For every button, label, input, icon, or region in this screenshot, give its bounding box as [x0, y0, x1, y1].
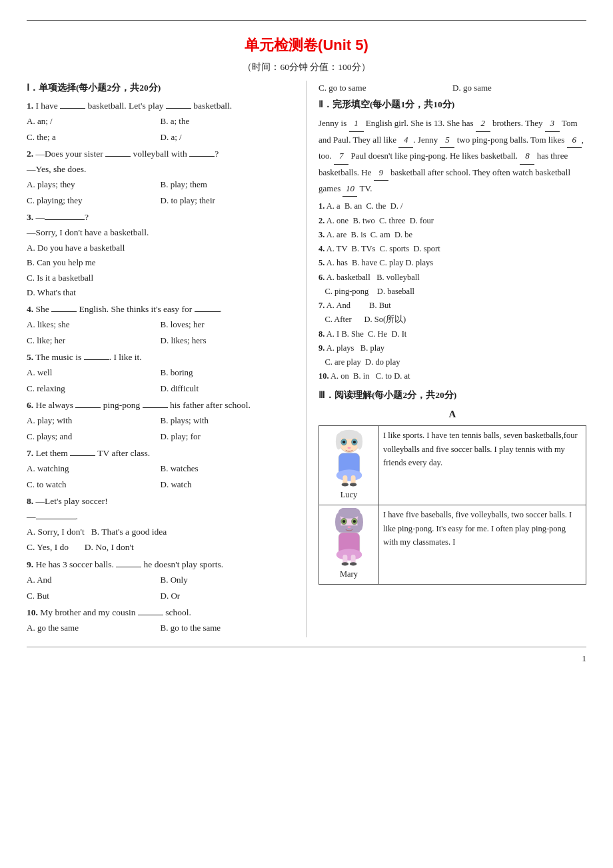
page-number-area: 1 [27, 651, 586, 667]
cloze-q8: 8. A. I B. She C. He D. It [318, 327, 586, 341]
question-4: 4. She English. She thinks it's easy for… [27, 302, 294, 348]
question-10: 10. My brother and my cousin school. A. … [27, 605, 294, 635]
lucy-icon [325, 429, 373, 487]
right-column: C. go to same D. go same Ⅱ．完形填空(每小题1分，共1… [306, 81, 586, 637]
reading-subsection-a: A [318, 406, 586, 423]
question-6: 6. He always ping-pong his father after … [27, 398, 294, 444]
q10-right-options: C. go to same D. go same [318, 81, 586, 95]
svg-point-24 [347, 527, 350, 529]
svg-point-10 [336, 469, 361, 481]
lucy-figure: Lucy [323, 429, 374, 502]
lucy-cell: Lucy [319, 426, 379, 505]
q10-options-left: A. go the same B. go to the same [27, 621, 294, 635]
question-2: 2. —Does your sister volleyball with ? —… [27, 147, 294, 208]
svg-point-29 [341, 562, 348, 565]
reading-row-mary: Mary I have five baseballs, five volleyb… [319, 505, 586, 585]
q5-options: A. well B. boring C. relaxing D. difficu… [27, 365, 294, 396]
q4-options: A. likes; she B. loves; her C. like; her… [27, 317, 294, 348]
q3-options: A. Do you have a basketball B. Can you h… [27, 241, 294, 299]
svg-point-22 [342, 520, 344, 523]
title-area: 单元检测卷(Unit 5) [27, 33, 586, 57]
lucy-text: I like sports. I have ten tennis balls, … [379, 426, 586, 505]
svg-point-2 [335, 433, 341, 449]
mary-figure: Mary [323, 508, 374, 581]
top-divider [27, 20, 586, 21]
question-8: 8. —Let's play soccer! —. A. Sorry, I do… [27, 494, 294, 555]
svg-point-23 [352, 520, 355, 523]
question-9: 9. He has 3 soccer balls. he doesn't pla… [27, 557, 294, 603]
reading-row-lucy: Lucy I like sports. I have ten tennis ba… [319, 426, 586, 505]
cloze-q4: 4. A. TV B. TVs C. sports D. sport [318, 242, 586, 256]
lucy-name: Lucy [340, 488, 358, 502]
svg-point-14 [349, 483, 356, 486]
reading-table: Lucy I like sports. I have ten tennis ba… [318, 425, 586, 585]
cloze-options: 1. A. a B. an C. the D. / 2. A. one B. t… [318, 199, 586, 383]
q2-options: A. plays; they B. play; them C. playing;… [27, 177, 294, 208]
cloze-passage: Jenny is 1 English girl. She is 13. She … [318, 115, 586, 197]
q1-options: A. an; / B. a; the C. the; a D. a; / [27, 114, 294, 145]
bottom-divider [27, 647, 586, 647]
section3-title: Ⅲ．阅读理解(每小题2分，共20分) [318, 388, 586, 403]
question-7: 7. Let them TV after class. A. watching … [27, 446, 294, 492]
mary-cell: Mary [319, 505, 379, 585]
svg-point-1 [338, 430, 359, 439]
cloze-q9: 9. A. plays B. play C. are play D. do pl… [318, 341, 586, 370]
page-number: 1 [582, 653, 586, 663]
svg-point-26 [336, 549, 361, 560]
mary-icon [325, 508, 373, 566]
content-area: Ⅰ．单项选择(每小题2分，共20分) 1. I have basketball.… [27, 81, 586, 637]
section2-title: Ⅱ．完形填空(每小题1分，共10分) [318, 97, 586, 113]
svg-point-30 [349, 562, 356, 565]
cloze-q5: 5. A. has B. have C. play D. plays [318, 256, 586, 270]
q6-options: A. play; with B. plays; with C. plays; a… [27, 413, 294, 444]
q9-options: A. And B. Only C. But D. Or [27, 573, 294, 603]
q8-options: A. Sorry, I don't B. That's a good idea … [27, 525, 294, 555]
mary-name: Mary [340, 567, 358, 581]
left-column: Ⅰ．单项选择(每小题2分，共20分) 1. I have basketball.… [27, 81, 306, 637]
section3: Ⅲ．阅读理解(每小题2分，共20分) A [318, 388, 586, 585]
cloze-q10: 10. A. on B. in C. to D. at [318, 369, 586, 383]
cloze-q2: 2. A. one B. two C. three D. four [318, 214, 586, 228]
question-1: 1. I have basketball. Let's play basketb… [27, 99, 294, 145]
page-title: 单元检测卷(Unit 5) [245, 37, 368, 53]
mary-text: I have five baseballs, five volleyballs,… [379, 505, 586, 585]
question-5: 5. The music is . I like it. A. well B. … [27, 350, 294, 396]
svg-point-8 [347, 447, 350, 449]
q7-options: A. watching B. watches C. to watch D. wa… [27, 461, 294, 492]
cloze-q1: 1. A. a B. an C. the D. / [318, 199, 586, 213]
section1-title: Ⅰ．单项选择(每小题2分，共20分) [27, 81, 294, 96]
cloze-q6: 6. A. basketball B. volleyball C. ping-p… [318, 271, 586, 299]
question-3: 3. —? —Sorry, I don't have a basketball.… [27, 210, 294, 299]
svg-point-3 [356, 433, 362, 449]
svg-point-7 [352, 441, 355, 443]
subtitle: （时间：60分钟 分值：100分） [27, 60, 586, 75]
svg-point-13 [341, 483, 348, 486]
cloze-q7: 7. A. And B. But C. After D. So(所以) [318, 299, 586, 327]
cloze-q3: 3. A. are B. is C. am D. be [318, 228, 586, 242]
svg-point-6 [342, 441, 344, 443]
